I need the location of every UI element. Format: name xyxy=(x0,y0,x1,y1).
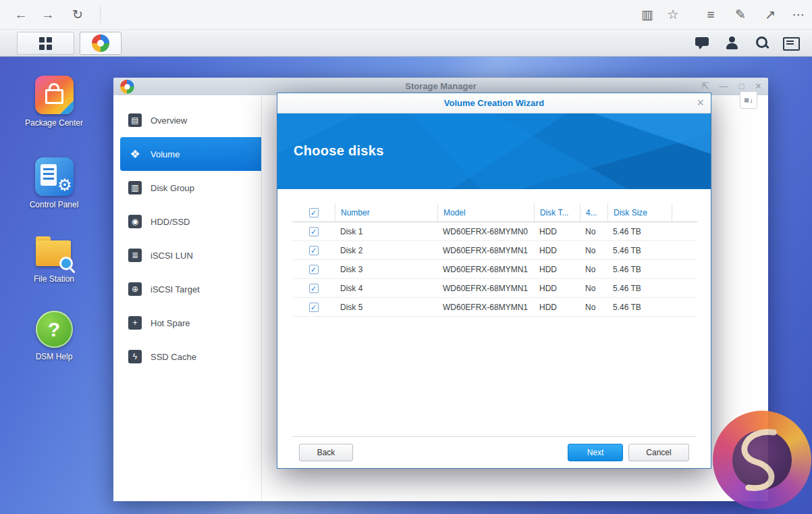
desktop-icon-package-center[interactable]: Package Center xyxy=(23,76,85,128)
wizard-titlebar: Volume Creation Wizard × xyxy=(277,93,711,113)
desktop-icon-control-panel[interactable]: ⚙ Control Panel xyxy=(23,157,85,209)
cancel-button[interactable]: Cancel xyxy=(628,444,689,461)
select-all-checkbox[interactable]: ✓ xyxy=(309,208,319,217)
volume-creation-wizard-dialog: Volume Creation Wizard × Choose disks ✓ … xyxy=(277,93,711,469)
web-note-icon[interactable]: ✎ xyxy=(730,0,751,30)
wizard-footer: Back Next Cancel xyxy=(277,437,711,468)
notifications-panel-icon[interactable] xyxy=(782,35,799,51)
wizard-step-title: Choose disks xyxy=(294,143,384,159)
reading-view-icon[interactable]: ▥ xyxy=(637,0,657,30)
back-button[interactable]: Back xyxy=(299,444,353,461)
main-menu-button[interactable] xyxy=(17,32,74,55)
table-row[interactable]: ✓ Disk 3 WD60EFRX-68MYMN1 HDD No 5.46 TB xyxy=(292,260,697,279)
back-icon[interactable]: ← xyxy=(11,0,31,30)
dsm-help-icon: ? xyxy=(36,311,73,348)
screen: ← → ↻ ▥ ☆ ≡ ✎ ↗ ⋯ Package Center ⚙ Contr… xyxy=(0,0,812,514)
column-header-4k[interactable]: 4... xyxy=(580,203,607,222)
desktop-icon-label: Package Center xyxy=(25,118,83,128)
column-header-number[interactable]: Number xyxy=(335,203,437,222)
desktop-icon-label: File Station xyxy=(34,274,74,284)
row-checkbox[interactable]: ✓ xyxy=(309,284,319,293)
sidebar-item-volume[interactable]: ❖ Volume xyxy=(120,137,261,171)
volume-icon: ❖ xyxy=(128,147,142,161)
desktop-icon-file-station[interactable]: File Station xyxy=(23,232,85,284)
more-icon[interactable]: ⋯ xyxy=(788,0,809,30)
table-row[interactable]: ✓ Disk 1 WD60EFRX-68MYMN0 HDD No 5.46 TB xyxy=(292,222,697,241)
watermark-logo xyxy=(713,411,811,509)
hot-spare-icon: + xyxy=(128,316,142,330)
sidebar-item-hot-spare[interactable]: + Hot Spare xyxy=(113,306,261,340)
storage-manager-taskbar-button[interactable] xyxy=(80,32,121,55)
overview-icon: ▤ xyxy=(128,113,142,127)
table-row[interactable]: ✓ Disk 4 WD60EFRX-68MYMN1 HDD No 5.46 TB xyxy=(292,279,697,298)
next-button[interactable]: Next xyxy=(568,444,623,461)
disk-group-icon: ▥ xyxy=(128,181,142,195)
column-header-model[interactable]: Model xyxy=(437,203,534,222)
chat-icon[interactable] xyxy=(694,35,711,51)
wizard-banner: Choose disks xyxy=(277,113,711,189)
wizard-title: Volume Creation Wizard xyxy=(277,93,711,113)
storage-manager-icon xyxy=(92,34,109,52)
forward-icon[interactable]: → xyxy=(38,0,58,30)
sort-arrow-icon: ↓ xyxy=(750,97,753,104)
main-menu-icon xyxy=(39,37,52,50)
hub-icon[interactable]: ≡ xyxy=(701,0,721,30)
toolbar-divider xyxy=(100,7,101,23)
dsm-taskbar xyxy=(0,30,812,57)
disks-table: ✓ Number Model Disk T... 4... Disk Size … xyxy=(292,203,697,317)
refresh-icon[interactable]: ↻ xyxy=(67,0,88,30)
column-header-disk-size[interactable]: Disk Size xyxy=(607,203,672,222)
row-checkbox[interactable]: ✓ xyxy=(309,265,319,274)
file-station-icon xyxy=(34,236,74,270)
package-center-icon xyxy=(35,76,74,114)
desktop-icon-dsm-help[interactable]: ? DSM Help xyxy=(23,311,85,361)
minimize-icon[interactable]: — xyxy=(720,78,728,95)
sidebar-item-disk-group[interactable]: ▥ Disk Group xyxy=(113,171,261,205)
sidebar-item-iscsi-target[interactable]: ⊕ iSCSI Target xyxy=(113,272,261,306)
row-checkbox[interactable]: ✓ xyxy=(309,246,319,255)
iscsi-target-icon: ⊕ xyxy=(128,282,142,296)
browser-toolbar: ← → ↻ ▥ ☆ ≡ ✎ ↗ ⋯ xyxy=(0,0,812,30)
iscsi-lun-icon: ≣ xyxy=(128,249,142,262)
search-icon[interactable] xyxy=(753,35,771,51)
sidebar-item-ssd-cache[interactable]: ϟ SSD Cache xyxy=(113,340,261,374)
share-icon[interactable]: ↗ xyxy=(760,0,780,30)
desktop-icon-label: Control Panel xyxy=(30,200,79,209)
table-row[interactable]: ✓ Disk 5 WD60EFRX-68MYMN1 HDD No 5.46 TB xyxy=(292,298,697,317)
control-panel-icon: ⚙ xyxy=(35,157,74,196)
sidebar-item-overview[interactable]: ▤ Overview xyxy=(113,103,261,137)
row-checkbox[interactable]: ✓ xyxy=(309,303,319,312)
table-row[interactable]: ✓ Disk 2 WD60EFRX-68MYMN1 HDD No 5.46 TB xyxy=(292,241,697,260)
table-header-row: ✓ Number Model Disk T... 4... Disk Size xyxy=(292,203,697,222)
gear-icon: ⚙ xyxy=(57,177,72,193)
sidebar-item-iscsi-lun[interactable]: ≣ iSCSI LUN xyxy=(113,238,261,272)
sidebar: ▤ Overview ❖ Volume ▥ Disk Group ◉ HDD/S… xyxy=(113,95,262,501)
column-header-disk-type[interactable]: Disk T... xyxy=(534,203,580,222)
sidebar-item-hdd-ssd[interactable]: ◉ HDD/SSD xyxy=(113,205,261,238)
hdd-ssd-icon: ◉ xyxy=(128,215,142,228)
user-icon[interactable] xyxy=(724,35,741,51)
sort-lines-icon: ≡ xyxy=(744,95,749,105)
favorites-star-icon[interactable]: ☆ xyxy=(663,0,683,30)
desktop-icon-label: DSM Help xyxy=(36,352,73,361)
wizard-close-icon[interactable]: × xyxy=(697,93,704,113)
row-checkbox[interactable]: ✓ xyxy=(309,227,319,236)
ssd-cache-icon: ϟ xyxy=(128,350,142,363)
sort-button[interactable]: ≡↓ xyxy=(740,91,757,109)
